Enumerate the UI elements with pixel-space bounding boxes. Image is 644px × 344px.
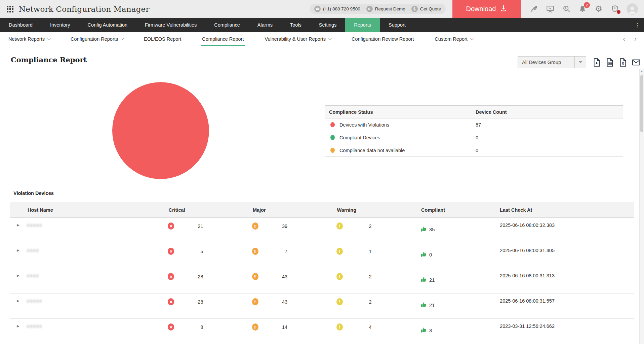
row-expander-icon[interactable] <box>17 248 19 252</box>
col-warning: Warning <box>328 202 413 218</box>
warning-count: 2 <box>344 223 372 229</box>
subnav-label: Compliance Report <box>202 36 244 42</box>
nav-item-config-automation[interactable]: Config Automation <box>79 18 136 32</box>
subnav-custom-report[interactable]: Custom Report <box>435 32 473 46</box>
major-icon <box>252 273 258 280</box>
critical-icon <box>168 273 174 280</box>
scrollbar-up-arrow[interactable]: ▲ <box>640 70 644 73</box>
device-row[interactable]: ##### 21 39 2 35 <box>10 218 634 243</box>
nav-item-reports[interactable]: Reports <box>345 18 380 32</box>
scrollbar-thumb[interactable] <box>640 75 643 132</box>
status-row-violations[interactable]: Devices with Violations 57 <box>325 118 623 131</box>
compliant-count: 21 <box>429 303 435 308</box>
subnav-configuration-reports[interactable]: Configuration Reports <box>71 32 123 46</box>
nav-item-firmware-vulnerabilities[interactable]: Firmware Vulnerabilities <box>136 18 205 32</box>
report-subnav: Network Reports Configuration Reports EO… <box>0 32 644 46</box>
settings-gear-icon[interactable]: ⚙ <box>594 5 603 13</box>
status-count: 57 <box>476 122 623 128</box>
compliant-count: 3 <box>429 328 432 333</box>
device-row[interactable]: #### 5 7 1 0 <box>10 243 634 268</box>
warning-icon <box>336 273 343 280</box>
subnav-scroll-right-icon[interactable]: › <box>634 35 637 43</box>
subnav-eol-eos-report[interactable]: EOL/EOS Report <box>144 32 181 46</box>
status-col-compliance-status: Compliance Status <box>325 109 476 115</box>
critical-count: 28 <box>175 299 203 305</box>
nav-overflow-menu-icon[interactable]: ⋮ <box>631 18 644 32</box>
critical-icon <box>168 298 174 305</box>
col-last-check-at: Last Check At <box>490 202 634 218</box>
search-icon[interactable] <box>562 5 571 13</box>
select-caret[interactable] <box>574 57 586 68</box>
thumbs-up-icon <box>420 302 427 308</box>
device-row[interactable]: #### 28 43 2 21 <box>10 268 634 294</box>
critical-icon <box>168 323 174 331</box>
subnav-configuration-review-report[interactable]: Configuration Review Report <box>352 32 414 46</box>
subnav-label: Network Reports <box>8 36 45 42</box>
row-expander-icon[interactable] <box>17 324 19 328</box>
pdf-export-icon[interactable] <box>592 58 601 67</box>
major-count: 14 <box>260 324 287 330</box>
status-row-no-data[interactable]: Compliance data not available 0 <box>325 144 623 157</box>
subnav-compliance-report[interactable]: Compliance Report <box>202 32 244 46</box>
last-check-at: 2025-06-16 08:00:31.313 <box>490 268 634 294</box>
warning-count: 2 <box>344 299 372 305</box>
nav-item-support[interactable]: Support <box>380 18 414 32</box>
notification-count-badge: 2 <box>584 2 590 8</box>
nav-item-inventory[interactable]: Inventory <box>41 18 79 32</box>
last-check-at: 2025-06-16 08:00:31.557 <box>490 294 634 319</box>
host-name-redacted: #### <box>27 248 39 253</box>
phone-number: (+1) 888 720 9500 <box>323 6 360 11</box>
compliance-pie-chart[interactable] <box>112 82 209 179</box>
download-button[interactable]: Download <box>452 0 521 18</box>
user-avatar[interactable] <box>627 3 638 15</box>
contact-pill: ☎ (+1) 888 720 9500 ▶ Request Demo $ Get… <box>310 4 446 14</box>
subnav-network-reports[interactable]: Network Reports <box>8 32 50 46</box>
whats-new-rocket-icon[interactable] <box>530 5 538 13</box>
violation-devices-title: Violation Devices <box>13 191 54 196</box>
nav-item-dashboard[interactable]: Dashboard <box>0 18 41 32</box>
demo-presentation-icon[interactable] <box>546 5 555 13</box>
nav-item-alarms[interactable]: Alarms <box>249 18 281 32</box>
last-check-at: 2025-06-16 08:00:31.405 <box>490 243 634 268</box>
app-grid-icon[interactable] <box>7 6 13 12</box>
row-expander-icon[interactable] <box>17 299 19 303</box>
device-row[interactable]: ##### 8 14 4 3 <box>10 319 634 344</box>
report-toolbar: All Devices Group CSV X <box>518 56 640 68</box>
header-icon-bar: 2 ⚙ <box>521 3 644 15</box>
violations-dot <box>330 122 335 127</box>
vertical-scrollbar[interactable]: ▲ <box>639 69 644 344</box>
csv-export-icon[interactable]: CSV <box>605 58 614 67</box>
excel-export-icon[interactable]: X <box>618 58 627 67</box>
nav-item-settings[interactable]: Settings <box>310 18 345 32</box>
status-count: 0 <box>476 135 623 140</box>
compliance-status-table: Compliance Status Device Count Devices w… <box>325 105 623 157</box>
major-icon <box>252 323 258 331</box>
nav-item-compliance[interactable]: Compliance <box>205 18 249 32</box>
notifications-bell-icon[interactable]: 2 <box>578 5 587 13</box>
row-expander-icon[interactable] <box>17 223 19 227</box>
subnav-scroll-left-icon[interactable]: ‹ <box>623 35 625 43</box>
chevron-down-icon <box>47 37 51 40</box>
page-title: Compliance Report <box>11 56 87 64</box>
host-name-redacted: ##### <box>27 299 42 304</box>
subnav-vulnerability-user-reports[interactable]: Vulnerability & User Reports <box>265 32 331 46</box>
status-row-compliant[interactable]: Compliant Devices 0 <box>325 131 623 144</box>
get-quote-link[interactable]: Get Quote <box>420 6 441 11</box>
email-export-icon[interactable] <box>632 58 640 67</box>
major-count: 7 <box>260 249 287 254</box>
row-expander-icon[interactable] <box>17 274 19 277</box>
request-demo-link[interactable]: Request Demo <box>375 6 405 11</box>
thumbs-up-icon <box>420 251 427 257</box>
demo-screen-icon: ▶ <box>366 6 373 12</box>
download-icon <box>500 4 507 13</box>
download-label: Download <box>466 5 496 13</box>
device-row[interactable]: ##### 28 43 2 21 <box>10 294 634 319</box>
nav-item-tools[interactable]: Tools <box>281 18 310 32</box>
device-group-select[interactable]: All Devices Group <box>518 56 586 68</box>
col-critical: Critical <box>160 202 244 218</box>
major-icon <box>252 248 258 255</box>
security-shield-alert-icon[interactable] <box>610 5 619 13</box>
critical-count: 8 <box>175 324 203 330</box>
compliant-count: 21 <box>429 277 435 283</box>
major-icon <box>252 298 258 305</box>
